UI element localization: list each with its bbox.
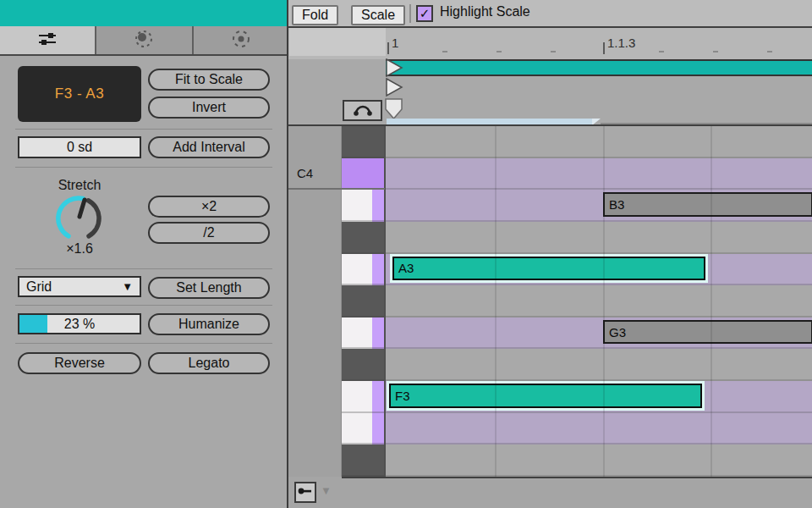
preview-headphone-button[interactable] [343, 100, 382, 121]
fit-to-scale-button[interactable]: Fit to Scale [148, 69, 270, 91]
divider [384, 126, 386, 477]
note-lane-D#3[interactable] [386, 444, 812, 477]
start-marker-pin[interactable] [384, 97, 404, 120]
ruler-label-tick [387, 42, 389, 54]
divider [288, 124, 812, 126]
note-lane-A3[interactable]: A3 [386, 254, 812, 286]
grid-line [495, 126, 497, 477]
piano-key-G#3[interactable] [342, 285, 385, 318]
grid-line [710, 126, 712, 477]
midi-note-G3[interactable]: G3 [603, 320, 812, 345]
ruler-minor-tick [713, 51, 718, 52]
set-length-button[interactable]: Set Length [148, 277, 270, 299]
octave-divider-line [288, 188, 385, 190]
note-lane-C4[interactable] [386, 158, 812, 190]
beat-time-ruler[interactable]: 11.1.3 [288, 28, 812, 59]
grid-line [603, 126, 605, 477]
reverse-button[interactable]: Reverse [18, 352, 141, 374]
ruler-minor-tick [497, 51, 502, 52]
chevron-down-icon: ▼ [122, 280, 133, 293]
clip-color-bar[interactable] [0, 0, 288, 26]
divider [342, 477, 812, 478]
piano-keys-column [342, 126, 385, 477]
loop-brace[interactable] [386, 59, 812, 76]
piano-key-A3[interactable] [342, 254, 385, 286]
midi-note-B3[interactable]: B3 [603, 192, 812, 217]
scrub-marker[interactable] [385, 78, 403, 97]
loop-start-marker[interactable] [385, 58, 403, 77]
tool-tabs [0, 26, 288, 56]
pitch-range-display[interactable]: F3 - A3 [18, 66, 141, 122]
piano-key-E3[interactable] [342, 413, 385, 445]
midi-tools-panel: F3 - A3 Fit to Scale Invert 0 sd Add Int… [0, 0, 288, 508]
interval-value-field[interactable]: 0 sd [18, 136, 141, 158]
midi-note-F3[interactable]: F3 [389, 384, 702, 408]
set-length-grid-select[interactable]: Grid ▼ [18, 276, 141, 297]
ruler-beat-label: 1 [392, 36, 398, 50]
highlight-scale-label: Highlight Scale [440, 4, 530, 19]
separator [15, 305, 272, 306]
separator [15, 268, 272, 269]
humanize-amount-value: 23 % [64, 317, 95, 332]
slider-fill [19, 315, 47, 333]
separator [15, 167, 272, 168]
stretch-value: ×1.6 [18, 241, 141, 257]
panel-divider [287, 0, 288, 508]
midi-editor-window: F3 - A3 Fit to Scale Invert 0 sd Add Int… [0, 0, 812, 508]
divider [409, 4, 411, 23]
invert-button[interactable]: Invert [148, 97, 270, 119]
grid-select-value: Grid [26, 279, 52, 295]
stretch-double-button[interactable]: ×2 [148, 196, 270, 218]
note-lane-E3[interactable] [386, 413, 812, 445]
piano-key-C4[interactable] [342, 158, 385, 190]
piano-key-D#3[interactable] [342, 444, 385, 477]
note-lane-F3[interactable]: F3 [386, 381, 812, 413]
note-lane-A#3[interactable] [386, 222, 812, 254]
pitch-name-column: C4 [288, 126, 342, 477]
separator [15, 129, 272, 130]
piano-key-F3[interactable] [342, 381, 385, 413]
scale-button[interactable]: Scale [351, 5, 405, 25]
note-lane-C#4[interactable] [386, 126, 812, 158]
highlight-scale-checkbox[interactable]: ✓ [416, 5, 433, 22]
faders-icon [36, 30, 58, 52]
ruler-label-tick [603, 42, 605, 54]
humanize-button[interactable]: Humanize [148, 313, 270, 335]
lane-chevron-down-icon[interactable]: ▼ [321, 484, 332, 497]
bottom-strip: ▼ [288, 477, 812, 508]
note-lane-G3[interactable]: G3 [386, 318, 812, 350]
ruler-minor-tick [551, 51, 556, 52]
humanize-amount-slider[interactable]: 23 % [18, 313, 141, 334]
legato-button[interactable]: Legato [148, 352, 270, 374]
dashed-target-icon [231, 29, 251, 52]
note-marker-icon [298, 485, 313, 500]
note-lane-F#3[interactable] [386, 349, 812, 381]
ruler-minor-tick [659, 51, 664, 52]
note-grid[interactable]: B3A3G3F3 [386, 126, 812, 477]
headphone-icon [352, 101, 374, 121]
midi-note-A3[interactable]: A3 [392, 257, 705, 281]
tab-note-tools[interactable] [0, 26, 96, 54]
piano-key-B3[interactable] [342, 190, 385, 222]
fold-button[interactable]: Fold [292, 5, 338, 25]
ruler-minor-tick [767, 51, 772, 52]
stretch-halve-button[interactable]: /2 [148, 222, 270, 244]
piano-key-F#3[interactable] [342, 349, 385, 381]
ruler-beat-label: 1.1.3 [607, 36, 635, 50]
octave-label: C4 [297, 166, 313, 180]
checkmark-icon: ✓ [420, 6, 431, 21]
piano-roll-area: Fold Scale ✓ Highlight Scale 11.1.3 [288, 0, 812, 508]
piano-key-A#3[interactable] [342, 222, 385, 254]
piano-key-C#4[interactable] [342, 126, 385, 158]
add-interval-button[interactable]: Add Interval [148, 136, 270, 158]
note-lane-G#3[interactable] [386, 285, 812, 318]
ruler-corner [289, 28, 386, 56]
separator [15, 343, 272, 344]
tab-transform-tools[interactable] [96, 26, 193, 54]
ruler-minor-tick [442, 51, 447, 52]
piano-key-G3[interactable] [342, 318, 385, 350]
stretch-knob[interactable] [52, 191, 106, 246]
note-lane-B3[interactable]: B3 [386, 190, 812, 222]
tab-generate-tools[interactable] [194, 26, 288, 54]
lane-toggle-button[interactable] [294, 482, 316, 503]
